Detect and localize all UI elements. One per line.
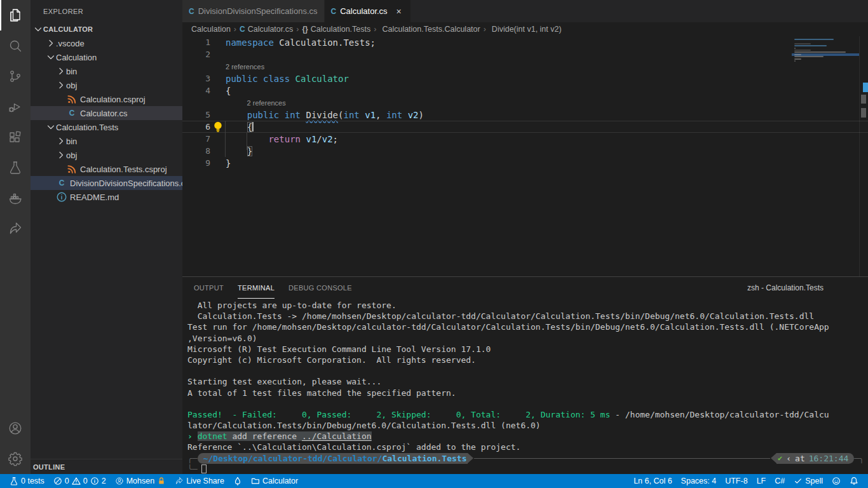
status-cursor-position[interactable]: Ln 6, Col 6 [629, 474, 676, 488]
activity-item-search[interactable] [0, 30, 31, 61]
testing-icon [8, 160, 23, 175]
status-indentation[interactable]: Spaces: 4 [677, 474, 721, 488]
tree-item-divisiondivisionspecifications-cs[interactable]: CDivisionDivisionSpecifications.cs [31, 176, 182, 190]
status-language[interactable]: C# [770, 474, 789, 488]
close-tab-icon[interactable]: × [394, 6, 404, 17]
chevron-right-icon [56, 136, 66, 146]
codelens-text[interactable]: 2 references [226, 63, 264, 71]
terminal-selector[interactable]: zsh - Calculation.Tests [744, 283, 824, 292]
minimap-line [794, 58, 801, 60]
code-editor[interactable]: 1namespace Calculation.Tests;22 referenc… [182, 36, 868, 276]
terminal-line: Test run for /home/mohsen/Desktop/calcul… [187, 322, 864, 332]
breadcrumb-item[interactable]: CCalculator.cs [240, 25, 293, 34]
shell-prompt: ╭─ ~/Desktop/calculator-tdd/Calculator/ … [187, 453, 864, 464]
tree-item-obj[interactable]: obj [31, 148, 182, 162]
breadcrumb-item[interactable]: {}Calculation.Tests [302, 25, 370, 34]
breadcrumb-separator: › [484, 25, 486, 34]
explorer-sidebar: EXPLORER CALCULATOR.vscodeCalculationbin… [31, 0, 182, 474]
status-workspace[interactable]: Calculator [247, 474, 302, 488]
shell-input-line[interactable]: ╰─ [187, 464, 864, 475]
code-line-6: 6 { [182, 121, 868, 133]
bottom-panel: OUTPUTTERMINALDEBUG CONSOLE zsh - Calcul… [182, 276, 868, 474]
editor-tab-divisiondivisionspecifications-cs[interactable]: CDivisionDivisionSpecifications.cs [182, 0, 325, 22]
tree-item-calculation[interactable]: Calculation [31, 50, 182, 64]
tree-item-readme-md[interactable]: README.md [31, 190, 182, 204]
activity-item-extensions[interactable] [0, 122, 31, 152]
codelens-text[interactable]: 2 references [226, 99, 286, 107]
file-tree: CALCULATOR.vscodeCalculationbinobjCalcul… [31, 22, 182, 459]
chevron-right-icon [56, 80, 66, 90]
minimap-line [794, 50, 811, 51]
outline-section-header[interactable]: OUTLINE [31, 459, 182, 474]
tree-item-label: Calculation.csproj [80, 95, 146, 104]
codelens-row: 2 references [182, 97, 868, 109]
activity-item-live-share[interactable] [0, 214, 31, 244]
terminal-line: Microsoft (R) Test Execution Command Lin… [187, 344, 864, 355]
chevron-down-icon [46, 52, 56, 62]
status-encoding[interactable]: UTF-8 [721, 474, 752, 488]
tree-item-calculator-cs[interactable]: CCalculator.cs [31, 106, 182, 120]
tree-item-bin[interactable]: bin [31, 134, 182, 148]
activity-item-source-control[interactable] [0, 61, 31, 92]
line-number: 7 [182, 134, 210, 144]
activity-item-account[interactable] [0, 413, 31, 444]
status-eol[interactable]: LF [752, 474, 771, 488]
activity-item-explorer[interactable] [0, 0, 31, 30]
status-feedback[interactable] [827, 474, 845, 488]
status-live-share[interactable]: Live Share [170, 474, 229, 488]
tree-item-bin[interactable]: bin [31, 64, 182, 78]
activity-item-settings[interactable] [0, 444, 31, 474]
panel-tab-debug-console[interactable]: DEBUG CONSOLE [288, 277, 352, 299]
code-line-7: 7 return v1/v2; [182, 133, 868, 145]
editor-tab-calculator-cs[interactable]: CCalculator.cs× [325, 0, 411, 22]
code-line-5: 5 public int Divide(int v1, int v2) [182, 109, 868, 121]
line-number: 2 [182, 50, 210, 59]
live-share-icon [8, 221, 23, 236]
minimap[interactable] [792, 36, 859, 276]
tree-item-calculation-tests[interactable]: Calculation.Tests [31, 120, 182, 134]
code-text: } [226, 158, 231, 168]
editor-group: CDivisionDivisionSpecifications.csCCalcu… [182, 0, 868, 474]
prompt-frame: ╰─ [187, 464, 198, 474]
activity-item-run-debug[interactable] [0, 92, 31, 122]
status-azure[interactable] [229, 474, 247, 488]
terminal-shell-label: zsh - Calculation.Tests [747, 283, 824, 292]
terminal-cursor [201, 464, 207, 473]
breadcrumb-label: Calculation [191, 25, 231, 34]
status-label: UTF-8 [725, 477, 747, 485]
status-account[interactable]: Mohsen [111, 474, 170, 488]
breadcrumb-item[interactable]: Calculation [191, 25, 231, 34]
tree-item--vscode[interactable]: .vscode [31, 36, 182, 50]
account-icon [115, 477, 124, 485]
tree-item-obj[interactable]: obj [31, 78, 182, 92]
status-tests[interactable]: 0 tests [5, 474, 49, 488]
status-problems[interactable]: 002 [49, 474, 111, 488]
terminal[interactable]: All projects are up-to-date for restore.… [187, 300, 864, 471]
terminal-line: Passed! - Failed: 0, Passed: 2, Skipped:… [187, 409, 864, 420]
tree-item-calculation-tests-csproj[interactable]: Calculation.Tests.csproj [31, 162, 182, 176]
tree-item-calculation-csproj[interactable]: Calculation.csproj [31, 92, 182, 106]
tree-root-calculator[interactable]: CALCULATOR [31, 22, 182, 36]
tab-label: Calculator.cs [340, 6, 387, 16]
panel-tab-output[interactable]: OUTPUT [194, 277, 224, 299]
symbol-cs-icon: C [240, 25, 245, 34]
activity-item-docker[interactable] [0, 183, 31, 214]
status-label: Spaces: 4 [681, 477, 717, 485]
csharp-file-icon: C [331, 7, 337, 16]
prompt-segment-arrow [468, 453, 473, 463]
line-number: 3 [182, 74, 210, 83]
breadcrumb-item[interactable]: Divide(int v1, int v2) [489, 25, 562, 34]
terminal-line: Starting test execution, please wait... [187, 376, 864, 387]
panel-tab-terminal[interactable]: TERMINAL [238, 277, 275, 299]
overview-ruler[interactable] [859, 36, 868, 276]
extensions-icon [8, 130, 23, 145]
status-spell[interactable]: Spell [789, 474, 827, 488]
lightbulb-icon[interactable] [210, 119, 226, 135]
breadcrumb-item[interactable]: Calculation.Tests.Calculator [379, 25, 480, 34]
activity-item-testing[interactable] [0, 152, 31, 183]
code-text: public int Divide(int v1, int v2) [226, 110, 424, 120]
status-label: 0 [83, 477, 88, 485]
editor-tab-bar: CDivisionDivisionSpecifications.csCCalcu… [182, 0, 868, 22]
prompt-frame: ─╮ [854, 454, 864, 463]
status-notifications[interactable] [845, 474, 863, 488]
